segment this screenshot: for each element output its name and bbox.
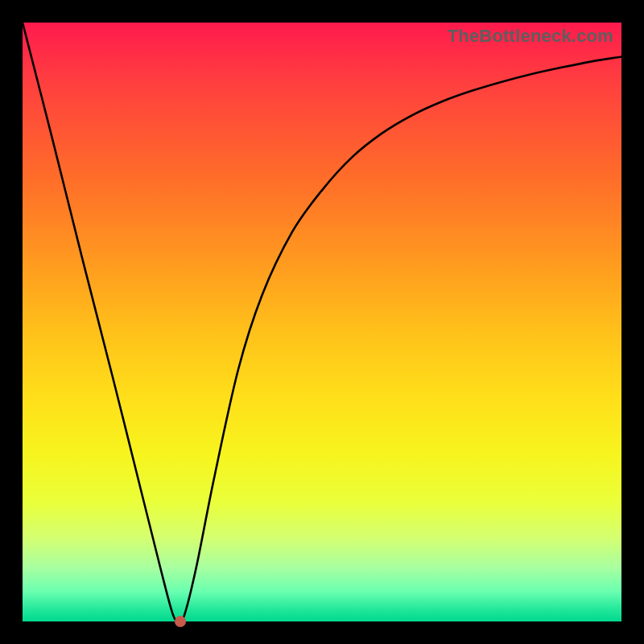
chart-frame: TheBottleneck.com: [0, 0, 644, 644]
bottleneck-curve: [23, 23, 621, 621]
curve-svg: [23, 23, 621, 621]
optimum-marker-dot: [175, 616, 186, 627]
plot-area: TheBottleneck.com: [23, 23, 621, 621]
